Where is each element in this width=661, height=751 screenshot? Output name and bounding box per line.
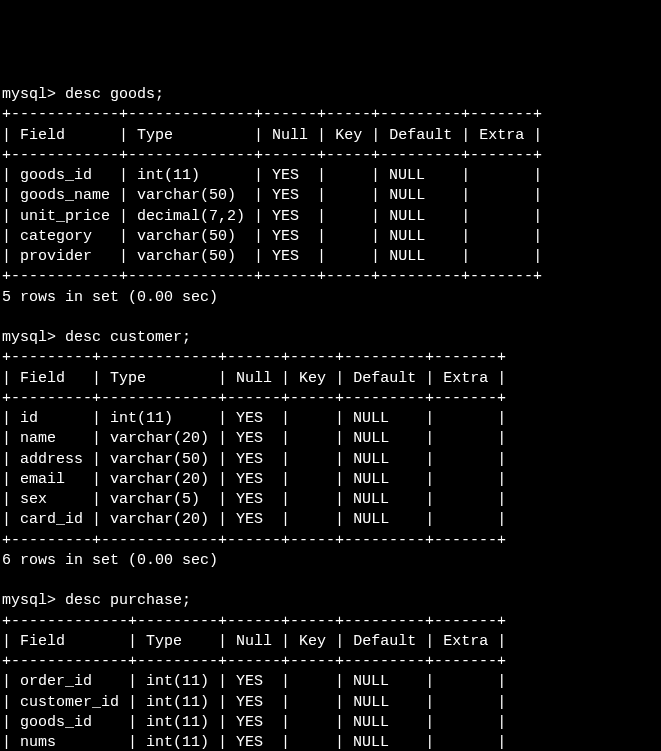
table-row: | address | varchar(50) | YES | | NULL |… bbox=[2, 451, 506, 468]
table-row: | order_id | int(11) | YES | | NULL | | bbox=[2, 673, 506, 690]
table-row: | card_id | varchar(20) | YES | | NULL |… bbox=[2, 511, 506, 528]
table-row: | goods_id | int(11) | YES | | NULL | | bbox=[2, 714, 506, 731]
col-field: Field bbox=[20, 127, 65, 144]
table-row: | category | varchar(50) | YES | | NULL … bbox=[2, 228, 542, 245]
col-key: Key bbox=[299, 370, 326, 387]
table-row: | nums | int(11) | YES | | NULL | | bbox=[2, 734, 506, 751]
col-default: Default bbox=[353, 370, 416, 387]
terminal-output[interactable]: mysql> desc goods; +------------+-------… bbox=[2, 85, 659, 751]
command-text: desc goods; bbox=[65, 86, 164, 103]
prompt: mysql> bbox=[2, 592, 56, 609]
table-border: +---------+-------------+------+-----+--… bbox=[2, 390, 506, 407]
table-row: | name | varchar(20) | YES | | NULL | | bbox=[2, 430, 506, 447]
prompt: mysql> bbox=[2, 86, 56, 103]
table-border: +-------------+---------+------+-----+--… bbox=[2, 653, 506, 670]
command-text: desc customer; bbox=[65, 329, 191, 346]
result-summary: 6 rows in set (0.00 sec) bbox=[2, 552, 218, 569]
table-border: +---------+-------------+------+-----+--… bbox=[2, 532, 506, 549]
table-row: | customer_id | int(11) | YES | | NULL |… bbox=[2, 694, 506, 711]
table-header-row: | Field | Type | Null | Key | Default | … bbox=[2, 127, 542, 144]
table-row: | goods_name | varchar(50) | YES | | NUL… bbox=[2, 187, 542, 204]
col-extra: Extra bbox=[443, 370, 488, 387]
col-default: Default bbox=[353, 633, 416, 650]
col-type: Type bbox=[146, 633, 182, 650]
col-null: Null bbox=[272, 127, 308, 144]
table-border: +------------+--------------+------+----… bbox=[2, 147, 542, 164]
col-default: Default bbox=[389, 127, 452, 144]
col-null: Null bbox=[236, 370, 272, 387]
col-extra: Extra bbox=[479, 127, 524, 144]
col-key: Key bbox=[335, 127, 362, 144]
col-key: Key bbox=[299, 633, 326, 650]
col-type: Type bbox=[110, 370, 146, 387]
table-row: | id | int(11) | YES | | NULL | | bbox=[2, 410, 506, 427]
col-extra: Extra bbox=[443, 633, 488, 650]
col-type: Type bbox=[137, 127, 173, 144]
table-row: | provider | varchar(50) | YES | | NULL … bbox=[2, 248, 542, 265]
table-row: | goods_id | int(11) | YES | | NULL | | bbox=[2, 167, 542, 184]
prompt: mysql> bbox=[2, 329, 56, 346]
table-row: | unit_price | decimal(7,2) | YES | | NU… bbox=[2, 208, 542, 225]
table-border: +------------+--------------+------+----… bbox=[2, 106, 542, 123]
result-summary: 5 rows in set (0.00 sec) bbox=[2, 289, 218, 306]
command-text: desc purchase; bbox=[65, 592, 191, 609]
table-header-row: | Field | Type | Null | Key | Default | … bbox=[2, 633, 506, 650]
col-null: Null bbox=[236, 633, 272, 650]
table-border: +---------+-------------+------+-----+--… bbox=[2, 349, 506, 366]
table-row: | email | varchar(20) | YES | | NULL | | bbox=[2, 471, 506, 488]
table-header-row: | Field | Type | Null | Key | Default | … bbox=[2, 370, 506, 387]
table-border: +-------------+---------+------+-----+--… bbox=[2, 613, 506, 630]
table-row: | sex | varchar(5) | YES | | NULL | | bbox=[2, 491, 506, 508]
col-field: Field bbox=[20, 370, 65, 387]
table-border: +------------+--------------+------+----… bbox=[2, 268, 542, 285]
col-field: Field bbox=[20, 633, 65, 650]
